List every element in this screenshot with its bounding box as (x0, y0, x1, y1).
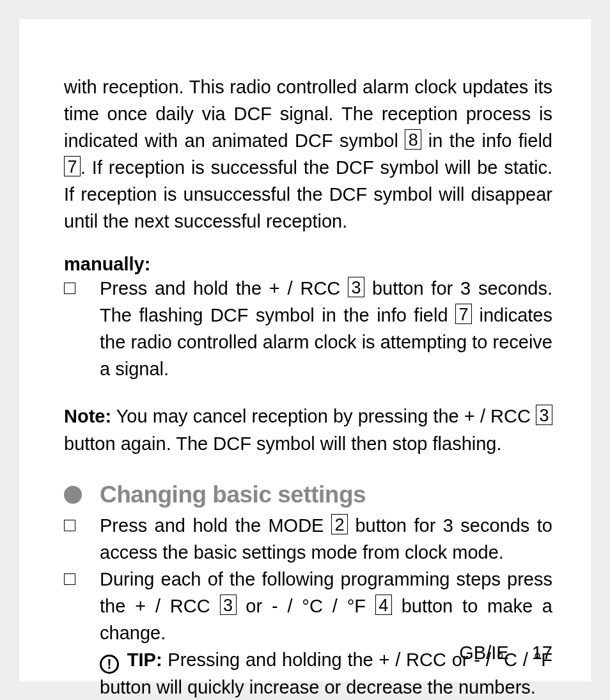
manual-step-1: Press and hold the + / RCC 3 button for … (64, 275, 552, 382)
checkbox-icon (64, 520, 75, 531)
manual-subheading: manually: (64, 254, 552, 275)
ref-number-2: 2 (331, 514, 348, 534)
intro-paragraph: with reception. This radio controlled al… (64, 74, 552, 235)
footer-region: GB/IE (459, 642, 508, 663)
ref-number-3-c: 3 (220, 595, 237, 615)
note-text-b: button again. The DCF symbol will then s… (64, 433, 502, 454)
note-text-a: You may cancel reception by pressing the… (111, 406, 536, 426)
manual-page: with reception. This radio controlled al… (19, 19, 591, 681)
sec1-a: Press and hold the MODE (100, 515, 331, 536)
sec2-b: or - / °C / °F (246, 596, 375, 616)
ref-number-7: 7 (64, 156, 81, 176)
tip-label: TIP: (127, 649, 162, 670)
footer-page-number: 17 (532, 642, 552, 663)
ref-number-3-b: 3 (536, 405, 552, 425)
section-step-2: During each of the following programming… (64, 566, 552, 700)
intro-text-c: . If reception is successful the DCF sym… (64, 157, 552, 231)
exclamation-icon: ! (107, 657, 111, 672)
ref-number-8: 8 (405, 129, 421, 150)
checkbox-icon (64, 283, 75, 294)
ref-number-4: 4 (375, 595, 392, 615)
section-heading-row: Changing basic settings (64, 481, 552, 508)
note-paragraph: Note: You may cancel reception by pressi… (64, 403, 552, 456)
section-heading: Changing basic settings (100, 481, 366, 508)
manual-step-1-text: Press and hold the + / RCC 3 button for … (100, 275, 552, 382)
intro-text-b: in the info field (428, 130, 552, 151)
ref-number-3: 3 (348, 277, 364, 297)
page-footer: GB/IE 17 (459, 642, 552, 664)
checkbox-icon (64, 573, 75, 585)
note-label: Note: (64, 406, 111, 426)
manual-1a: Press and hold the + / RCC (100, 278, 348, 299)
tip-icon: ! (100, 655, 119, 674)
section-step-1: Press and hold the MODE 2 button for 3 s… (64, 512, 552, 566)
section-step-1-text: Press and hold the MODE 2 button for 3 s… (100, 512, 552, 566)
bullet-dot-icon (64, 486, 82, 504)
ref-number-7-b: 7 (455, 304, 472, 324)
section-step-2-text: During each of the following programming… (100, 566, 552, 700)
